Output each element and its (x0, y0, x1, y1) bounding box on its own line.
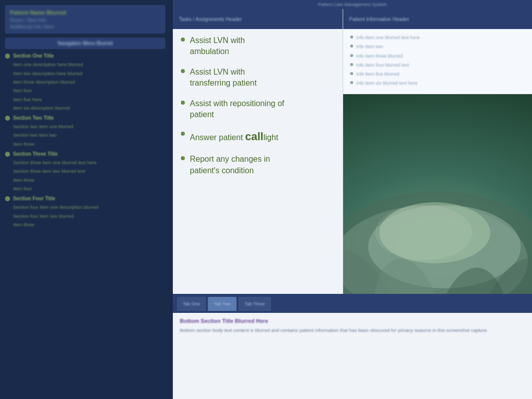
sidebar: Patient Name Blurred Room / Bed Info Add… (0, 0, 170, 399)
sidebar-item[interactable]: Item four (5, 86, 165, 95)
sidebar-dot-1 (5, 54, 10, 59)
right-info-text-1: Info item one blurred text here (356, 34, 420, 41)
right-info-item-6: Info item six blurred text here (350, 80, 525, 87)
sidebar-item[interactable]: Item four (5, 184, 165, 193)
right-dot-2 (350, 45, 353, 48)
sidebar-item[interactable]: Item three description blurred (5, 78, 165, 86)
sidebar-item[interactable]: Item six description blurred (5, 104, 165, 112)
sidebar-room-info: Room / Bed Info (10, 18, 160, 23)
sidebar-item[interactable]: Item two description here blurred (5, 69, 165, 78)
right-info-item-3: Info item three blurred (350, 53, 525, 60)
right-info-text-2: Info item two (356, 43, 383, 50)
task-text-2: Assist LVN withtransferring patient (190, 67, 256, 89)
sidebar-item[interactable]: Section three item two blurred text (5, 167, 165, 175)
sidebar-header: Patient Name Blurred Room / Bed Info Add… (5, 5, 165, 34)
right-dot-6 (350, 81, 353, 84)
bottom-content: Bottom Section Title Blurred Here Bottom… (173, 313, 532, 399)
sidebar-item[interactable]: Item three (5, 220, 165, 229)
sidebar-item[interactable]: Item three (5, 176, 165, 184)
patient-info-header-text: Patient Information Header (349, 17, 409, 22)
right-info-text-6: Info item six blurred text here (356, 80, 418, 87)
right-info-text-4: Info item four blurred text (356, 62, 409, 69)
task-bullet-2 (181, 69, 185, 73)
sidebar-item-text: Item four (13, 87, 165, 94)
task-text-5: Report any changes inpatient's condition (190, 154, 270, 176)
patient-info-section: Info item one blurred text here Info ite… (343, 29, 532, 94)
task-item-1[interactable]: Assist LVN withambulation (181, 35, 335, 58)
right-info-text-5: Info item five blurred (356, 71, 399, 78)
sidebar-section-4: Section Four Title Section four item one… (5, 196, 165, 229)
sidebar-item-text: Section two item one blurred (13, 123, 165, 130)
sidebar-item[interactable]: Section four item two blurred (5, 212, 165, 220)
bottom-section-body: Bottom section body text content is blur… (180, 327, 525, 334)
bottom-section-title: Bottom Section Title Blurred Here (180, 318, 525, 324)
sidebar-item[interactable]: Item one description here blurred (5, 60, 165, 69)
right-info-item-4: Info item four blurred text (350, 62, 525, 69)
sidebar-item[interactable]: Item five here (5, 95, 165, 104)
sidebar-item-text: Item three description blurred (13, 79, 165, 85)
sidebar-item[interactable]: Section four item one description blurre… (5, 203, 165, 211)
sidebar-item-text: Section four item one description blurre… (13, 204, 165, 210)
sidebar-item[interactable]: Section two item two (5, 131, 165, 139)
sidebar-nav-bar[interactable]: Navigation Menu Blurred (5, 38, 165, 49)
top-header-bar: Patient Care Management System (173, 0, 532, 9)
task-text-4: Answer patient calllight (190, 129, 278, 145)
task-list-header-text: Tasks / Assignments Header (179, 17, 242, 22)
sidebar-section-2-header: Section Two Title (5, 115, 165, 121)
sidebar-item[interactable]: Section three item one blurred text here (5, 158, 165, 167)
sidebar-item-text: Item six description blurred (13, 105, 165, 111)
sidebar-section-1-header: Section One Title (5, 53, 165, 59)
task-item-3[interactable]: Assist with repositioning ofpatient (181, 98, 335, 121)
bottom-tab-3[interactable]: Tab Three (238, 297, 271, 311)
task-text-3: Assist with repositioning ofpatient (190, 98, 285, 121)
task-bullet-5 (181, 156, 185, 160)
sidebar-item-text: Section four item two blurred (13, 213, 165, 219)
right-info-text-3: Info item three blurred (356, 53, 403, 60)
sidebar-item-text: Item one description here blurred (13, 61, 165, 68)
right-dot-3 (350, 54, 353, 57)
bottom-tab-3-label: Tab Three (244, 301, 264, 306)
sidebar-item-text: Item two description here blurred (13, 70, 165, 77)
sidebar-section-1: Section One Title Item one description h… (5, 53, 165, 112)
sidebar-item-text: Item five here (13, 96, 165, 103)
task-item-5[interactable]: Report any changes inpatient's condition (181, 154, 335, 176)
task-bullet-1 (181, 38, 185, 42)
right-dot-5 (350, 72, 353, 75)
task-text-1: Assist LVN withambulation (190, 35, 245, 58)
bottom-tab-2-label: Tab Two (214, 301, 230, 306)
sidebar-section-2-title: Section Two Title (13, 115, 54, 121)
patient-info-header: Patient Information Header (343, 9, 532, 29)
right-dot-4 (350, 63, 353, 66)
large-word-call: call (245, 130, 263, 143)
task-bullet-4 (181, 132, 185, 136)
bottom-header-tabs: Tab One Tab Two Tab Three (173, 295, 532, 313)
bottom-tab-1-label: Tab One (183, 301, 200, 306)
sidebar-section-2: Section Two Title Section two item one b… (5, 115, 165, 148)
sidebar-item[interactable]: Section two item one blurred (5, 122, 165, 131)
bottom-section: Tab One Tab Two Tab Three Bottom Section… (173, 294, 532, 399)
sidebar-item-text: Item three (13, 221, 165, 228)
sidebar-section-1-title: Section One Title (13, 53, 54, 59)
sidebar-item-text: Item four (13, 185, 165, 192)
task-list-header: Tasks / Assignments Header (173, 9, 343, 29)
right-info-item-2: Info item two (350, 43, 525, 50)
sidebar-dot-2 (5, 116, 10, 121)
task-item-2[interactable]: Assist LVN withtransferring patient (181, 67, 335, 89)
task-bullet-3 (181, 101, 185, 105)
sidebar-patient-name: Patient Name Blurred (10, 9, 160, 17)
bottom-tab-1[interactable]: Tab One (177, 297, 206, 311)
sidebar-section-3: Section Three Title Section three item o… (5, 151, 165, 193)
sidebar-nav-label: Navigation Menu Blurred (58, 41, 113, 46)
task-item-4[interactable]: Answer patient calllight (181, 129, 335, 145)
right-dot-1 (350, 36, 353, 39)
sidebar-item-text: Section three item two blurred text (13, 168, 165, 174)
sidebar-item[interactable]: Item three (5, 140, 165, 148)
sidebar-dot-3 (5, 152, 10, 157)
svg-point-9 (375, 205, 472, 260)
top-header-text: Patient Care Management System (318, 2, 387, 7)
sidebar-item-text: Section two item two (13, 132, 165, 138)
sidebar-item-text: Item three (13, 177, 165, 183)
sidebar-item-text: Item three (13, 141, 165, 147)
sidebar-extra-info: Additional Info Here (10, 24, 160, 30)
bottom-tab-2[interactable]: Tab Two (208, 297, 236, 311)
